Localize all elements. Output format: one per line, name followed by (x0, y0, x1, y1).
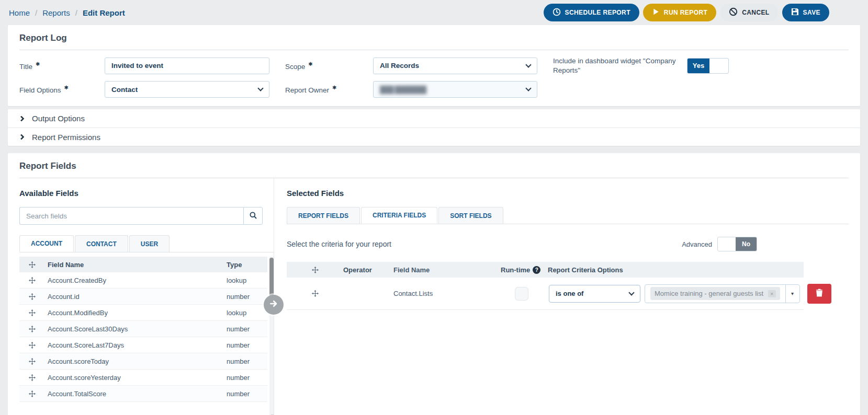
field-options-select[interactable]: Contact (105, 81, 269, 98)
field-search (19, 207, 263, 225)
move-icon[interactable] (19, 342, 44, 349)
tab-sort-fields[interactable]: SORT FIELDS (438, 207, 503, 224)
output-options-section[interactable]: Output Options (8, 109, 860, 128)
schedule-report-button[interactable]: SCHEDULE REPORT (544, 4, 639, 21)
field-name: Account.id (44, 293, 227, 301)
scope-select[interactable]: All Records (373, 57, 537, 74)
list-scrollbar[interactable] (269, 257, 274, 415)
table-row[interactable]: Account.CreatedBy lookup (19, 272, 267, 289)
search-button[interactable] (243, 207, 263, 225)
field-name: Account.scoreToday (44, 358, 227, 365)
move-icon[interactable] (19, 326, 44, 332)
table-row[interactable]: Account.scoreToday number (19, 353, 267, 370)
breadcrumb-home[interactable]: Home (9, 8, 30, 17)
required-asterisk: ✱ (308, 61, 312, 67)
transfer-arrow-button[interactable] (264, 295, 284, 315)
available-fields-table: Field Name Type Account.CreatedBy lookup… (19, 257, 267, 415)
column-type: Type (227, 261, 267, 269)
move-icon[interactable] (19, 309, 44, 316)
toolbar: SCHEDULE REPORT RUN REPORT CANCEL SAVE (544, 4, 829, 21)
advanced-control: Advanced No (682, 237, 757, 251)
run-report-label: RUN REPORT (664, 9, 707, 16)
table-row[interactable]: Account.scoreYesterday number (19, 370, 267, 386)
dropdown-caret-icon[interactable]: ▾ (785, 285, 799, 303)
toggle-off-label: No (736, 237, 757, 251)
available-fields-tabbar: ACCOUNT CONTACT USER (19, 235, 274, 252)
selected-tag: Momice training - general guests list × (650, 287, 780, 300)
save-label: SAVE (803, 9, 820, 16)
field-options-value: Contact (111, 86, 138, 94)
move-icon[interactable] (19, 293, 44, 300)
save-button[interactable]: SAVE (782, 4, 829, 21)
cancel-button[interactable]: CANCEL (720, 4, 778, 21)
chevron-down-icon (628, 290, 634, 295)
tab-contact[interactable]: CONTACT (75, 235, 128, 252)
tab-criteria-fields[interactable]: CRITERIA FIELDS (361, 207, 437, 224)
criteria-table-header: Operator Field Name Run-time ? Report Cr… (287, 262, 804, 278)
operator-select-value: is one of (556, 290, 583, 297)
advanced-label: Advanced (682, 240, 712, 248)
column-runtime: Run-time ? (501, 266, 543, 274)
search-icon (249, 211, 257, 221)
breadcrumb: Home / Reports / Edit Report (9, 8, 125, 17)
dashboard-widget-toggle[interactable]: Yes (687, 58, 729, 74)
report-permissions-section[interactable]: Report Permissions (8, 128, 860, 146)
move-icon[interactable] (287, 290, 343, 297)
move-icon[interactable] (19, 374, 44, 381)
page: Home / Reports / Edit Report SCHEDULE RE… (0, 0, 868, 415)
table-row[interactable]: Account.TotalScore number (19, 386, 267, 402)
breadcrumb-reports[interactable]: Reports (42, 8, 70, 17)
field-type: number (227, 293, 267, 301)
move-icon[interactable] (19, 390, 44, 397)
criteria-table: Operator Field Name Run-time ? Report Cr… (287, 262, 804, 310)
tab-report-fields[interactable]: REPORT FIELDS (287, 207, 360, 224)
criteria-value-multiselect[interactable]: Momice training - general guests list × … (645, 284, 800, 303)
required-asterisk: ✱ (332, 85, 336, 90)
column-field-name: Field Name (44, 261, 227, 269)
field-name: Account.ScoreLast30Days (44, 325, 227, 333)
help-icon[interactable]: ? (533, 266, 540, 274)
criteria-row: Contact.Lists is one of (287, 278, 804, 310)
field-type: number (227, 325, 267, 333)
scope-value: All Records (380, 62, 419, 70)
move-icon (287, 267, 343, 273)
chevron-down-icon (525, 85, 531, 91)
report-fields-columns: Available Fields ACCOUNT CONTACT USER (19, 178, 849, 415)
remove-tag-icon[interactable]: × (768, 290, 775, 297)
delete-criteria-button[interactable] (807, 284, 831, 304)
table-row[interactable]: Account.ScoreLast7Days number (19, 337, 267, 353)
report-permissions-label: Report Permissions (32, 133, 100, 142)
top-bar: Home / Reports / Edit Report SCHEDULE RE… (0, 0, 868, 25)
report-log-form: Title✱ Scope✱ All Records Include in das… (19, 56, 849, 98)
report-log-title: Report Log (19, 25, 849, 50)
arrow-right-icon (269, 299, 278, 310)
tab-user[interactable]: USER (129, 235, 170, 252)
runtime-checkbox[interactable] (515, 287, 528, 301)
selected-fields-heading: Selected Fields (287, 189, 849, 198)
move-icon[interactable] (19, 277, 44, 284)
table-row[interactable]: Account.ScoreLast30Days number (19, 321, 267, 337)
table-row[interactable]: Account.id number (19, 289, 267, 305)
report-owner-select[interactable]: ███ ███████ (373, 81, 537, 98)
tag-label: Momice training - general guests list (655, 290, 763, 297)
column-criteria-options: Report Criteria Options (543, 266, 804, 274)
report-fields-title: Report Fields (19, 153, 849, 178)
run-report-button[interactable]: RUN REPORT (643, 4, 716, 21)
field-type: number (227, 341, 267, 349)
search-input[interactable] (19, 207, 243, 225)
available-fields-panel: Available Fields ACCOUNT CONTACT USER (19, 178, 274, 415)
field-name: Account.TotalScore (44, 390, 227, 398)
title-label: Title✱ (19, 61, 105, 71)
criteria-intro-text: Select the criteria for your report (287, 240, 391, 248)
table-row[interactable]: Account.ModifiedBy lookup (19, 305, 267, 321)
report-owner-label: Report Owner✱ (269, 85, 373, 94)
title-input[interactable] (105, 57, 269, 74)
field-name: Account.ScoreLast7Days (44, 341, 227, 349)
table-row-partial (19, 402, 267, 415)
advanced-toggle[interactable]: No (717, 237, 757, 251)
column-operator: Operator (343, 266, 393, 274)
save-icon (791, 8, 799, 17)
tab-account[interactable]: ACCOUNT (19, 235, 74, 252)
move-icon[interactable] (19, 358, 44, 365)
operator-select[interactable]: is one of (549, 285, 640, 303)
